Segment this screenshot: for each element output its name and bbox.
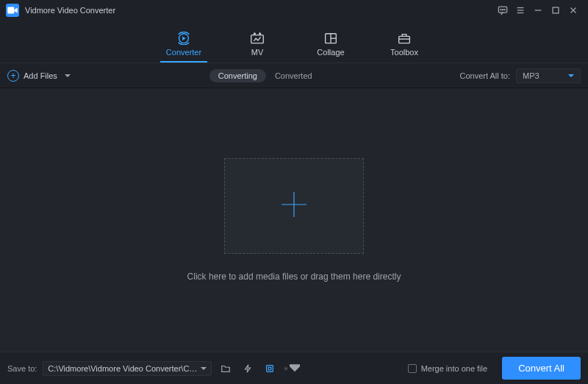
main-area: Click here to add media files or drag th…	[0, 88, 588, 352]
svg-point-3	[502, 10, 503, 10]
bottom-bar: Save to: C:\Vidmore\Vidmore Video Conver…	[0, 352, 588, 384]
converter-icon	[176, 32, 192, 45]
top-nav: Converter MV Collage Toolbox	[0, 21, 588, 63]
chevron-down-icon	[201, 364, 207, 373]
add-media-dropzone[interactable]	[224, 158, 364, 254]
svg-rect-0	[7, 7, 14, 14]
checkbox-icon	[408, 364, 417, 373]
caret-down-icon	[65, 71, 71, 80]
format-selected-value: MP3	[523, 71, 539, 80]
output-format-select[interactable]: MP3	[516, 68, 581, 83]
toolbar: + Add Files Converting Converted Convert…	[0, 63, 588, 88]
close-icon[interactable]	[564, 1, 582, 19]
tab-mv[interactable]: MV	[238, 32, 276, 63]
seg-converting[interactable]: Converting	[209, 69, 266, 82]
merge-checkbox[interactable]: Merge into one file	[408, 364, 488, 373]
add-files-label: Add Files	[24, 71, 57, 80]
svg-point-2	[501, 10, 501, 10]
titlebar: Vidmore Video Converter	[0, 0, 588, 21]
mv-icon	[249, 32, 265, 45]
save-path-select[interactable]: C:\Vidmore\Vidmore Video Converter\Conve…	[43, 361, 212, 376]
menu-icon[interactable]	[512, 1, 529, 19]
maximize-icon[interactable]	[547, 1, 564, 19]
settings-button[interactable]	[284, 360, 300, 377]
app-logo-icon	[6, 4, 19, 17]
toolbox-icon	[396, 32, 412, 45]
tab-toolbox[interactable]: Toolbox	[385, 32, 423, 63]
merge-label: Merge into one file	[421, 364, 488, 373]
feedback-icon[interactable]	[494, 1, 512, 19]
svg-point-4	[504, 10, 505, 10]
seg-converted[interactable]: Converted	[266, 69, 321, 82]
svg-point-15	[259, 33, 261, 35]
tab-label: Toolbox	[390, 48, 418, 57]
minimize-icon[interactable]	[529, 1, 547, 19]
svg-rect-19	[399, 36, 410, 43]
svg-point-25	[286, 368, 287, 369]
plus-circle-icon: +	[7, 70, 19, 82]
svg-rect-23	[267, 365, 273, 371]
svg-rect-24	[269, 367, 272, 370]
app-window: Vidmore Video Converter Converter	[0, 0, 588, 384]
mode-segment: Converting Converted	[209, 69, 321, 82]
tab-collage[interactable]: Collage	[312, 32, 350, 63]
chevron-down-icon	[568, 71, 574, 80]
chevron-down-icon	[290, 363, 300, 374]
convert-all-to-row: Convert All to: MP3	[460, 68, 581, 83]
hardware-accel-toggle[interactable]	[262, 360, 278, 377]
dropzone-hint: Click here to add media files or drag th…	[187, 271, 401, 282]
high-speed-toggle[interactable]	[240, 360, 256, 377]
svg-point-14	[254, 33, 255, 35]
open-folder-button[interactable]	[218, 360, 234, 377]
app-title: Vidmore Video Converter	[25, 6, 115, 15]
convert-all-button[interactable]: Convert All	[502, 357, 581, 380]
collage-icon	[323, 32, 339, 45]
svg-rect-9	[553, 7, 559, 13]
convert-all-to-label: Convert All to:	[460, 71, 510, 80]
plus-icon	[277, 188, 311, 224]
tab-label: MV	[251, 48, 264, 57]
add-files-button[interactable]: + Add Files	[7, 70, 71, 82]
save-to-label: Save to:	[7, 364, 37, 373]
tab-label: Converter	[166, 48, 201, 57]
tab-label: Collage	[317, 48, 344, 57]
save-path-value: C:\Vidmore\Vidmore Video Converter\Conve…	[48, 364, 201, 373]
tab-converter[interactable]: Converter	[165, 32, 203, 63]
